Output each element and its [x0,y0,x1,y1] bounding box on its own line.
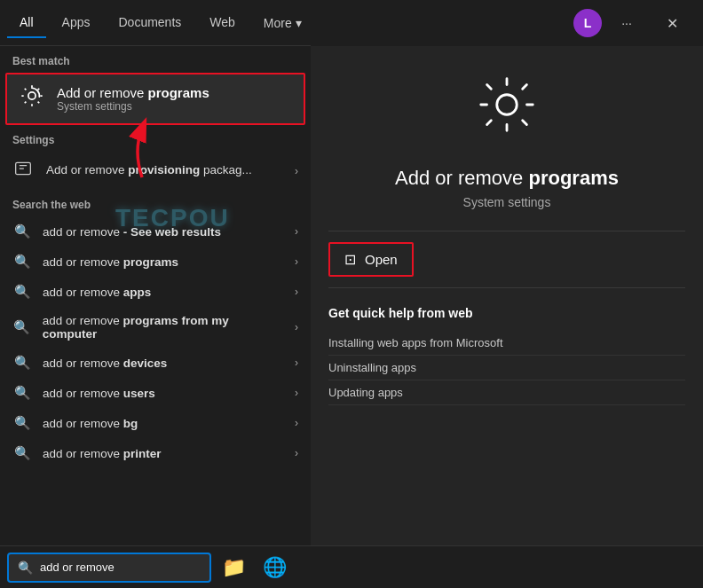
taskbar-search-input[interactable] [40,561,200,574]
web-item-6[interactable]: 🔍 add or remove bg › [0,408,311,438]
quick-help-title: Get quick help from web [328,306,685,320]
web-item-1[interactable]: 🔍 add or remove programs › [0,247,311,277]
more-options-button[interactable]: ··· [612,9,641,37]
window-icon: ⊡ [344,251,356,268]
chevron-right-icon-3: › [295,321,298,333]
best-match-label: Best match [0,46,311,73]
best-match-text: Add or remove programs System settings [57,85,209,113]
tab-documents[interactable]: Documents [106,8,194,38]
search-web-label: Search the web [0,190,311,216]
search-panel: All Apps Documents Web More ▾ Best match [0,0,311,545]
web-item-5[interactable]: 🔍 add or remove users › [0,378,311,408]
svg-point-3 [497,95,517,115]
web-item-0[interactable]: 🔍 add or remove - See web results › [0,216,311,247]
gear-icon [20,83,44,114]
search-icon-7: 🔍 [12,445,32,461]
user-avatar[interactable]: L [573,9,602,37]
quick-help-link-0[interactable]: Installing web apps from Microsoft [328,331,685,356]
chevron-right-icon-7: › [295,447,298,459]
quick-help-link-2[interactable]: Updating apps [328,380,685,405]
search-icon-6: 🔍 [12,415,32,431]
web-item-7[interactable]: 🔍 add or remove printer › [0,438,311,468]
tabs-bar: All Apps Documents Web More ▾ [0,0,311,46]
search-icon-2: 🔍 [12,284,32,300]
chevron-right-icon-0: › [295,225,298,238]
taskbar-chrome-icon[interactable]: 🌐 [256,549,293,586]
close-button[interactable]: ✕ [652,9,692,37]
header-icons: L ··· ✕ [311,0,703,46]
detail-title: Add or remove programs [395,167,619,190]
settings-label: Settings [0,125,311,152]
taskbar-search-icon: 🔍 [18,561,33,575]
provisioning-icon [12,160,34,182]
tab-more[interactable]: More ▾ [251,9,314,37]
chevron-right-icon-2: › [295,286,298,298]
search-icon-0: 🔍 [12,223,32,239]
svg-point-0 [28,92,36,99]
quick-help-link-1[interactable]: Uninstalling apps [328,356,685,380]
tab-apps[interactable]: Apps [50,8,103,38]
chevron-right-icon: › [295,165,298,177]
detail-subtitle: System settings [463,195,551,209]
taskbar-search-box[interactable]: 🔍 [7,553,211,583]
chevron-right-icon-5: › [295,387,298,399]
open-button[interactable]: ⊡ Open [328,242,414,277]
web-item-3[interactable]: 🔍 add or remove programs from my compute… [0,307,311,348]
detail-panel: Add or remove programs System settings ⊡… [311,46,703,545]
open-button-container: ⊡ Open [328,231,685,288]
search-icon-5: 🔍 [12,385,32,401]
search-icon-1: 🔍 [12,254,32,270]
taskbar-folder-icon[interactable]: 📁 [215,549,252,586]
web-item-2[interactable]: 🔍 add or remove apps › [0,277,311,307]
search-icon-3: 🔍 [12,319,32,335]
tab-all[interactable]: All [7,8,46,38]
web-item-4[interactable]: 🔍 add or remove devices › [0,348,311,378]
chevron-down-icon: ▾ [296,16,302,30]
chevron-right-icon-4: › [295,357,298,369]
taskbar: 🔍 📁 🌐 [0,545,703,588]
chevron-right-icon-6: › [295,417,298,429]
search-icon-4: 🔍 [12,355,32,371]
tab-web[interactable]: Web [197,8,248,38]
best-match-item[interactable]: Add or remove programs System settings [5,73,305,125]
detail-gear-icon [475,73,539,151]
settings-provisioning-item[interactable]: Add or remove provisioning packag... › [0,152,311,190]
chevron-right-icon-1: › [295,255,298,268]
